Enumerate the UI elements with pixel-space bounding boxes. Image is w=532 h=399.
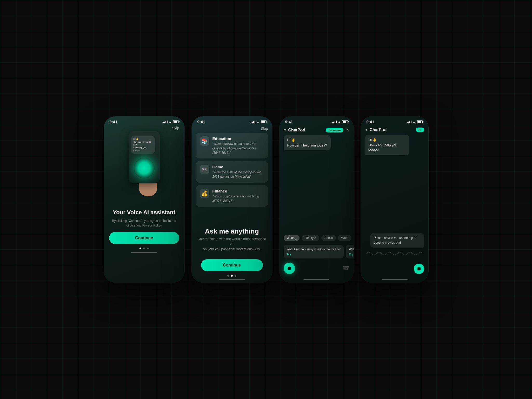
ai-greeting-bubble-3: Hi!🤚 How can I help you today? xyxy=(284,135,331,150)
tabs-row-3: Writing Lifestyle Social Work Role play xyxy=(280,233,354,243)
home-bar-2 xyxy=(219,279,245,280)
category-card-game: 🎮 Game "Write me a list of the most popu… xyxy=(196,161,268,183)
chevron-down-icon-4: ▼ xyxy=(365,128,368,132)
category-card-finance: 💰 Finance "Which cryptocurrencies will b… xyxy=(196,185,268,207)
user-message-4: Please advise me on the top 10 popular m… xyxy=(370,233,424,248)
refresh-icon-3[interactable]: ↻ xyxy=(346,128,349,132)
home-bar-1 xyxy=(131,252,157,253)
signal-icon-3 xyxy=(332,121,337,123)
inner-phone-frame: Hi!🤚 Can you tell me 🤖 how I can help yo… xyxy=(129,131,160,183)
skip-button-2[interactable]: Skip xyxy=(261,127,268,131)
chatpod-title-area-4[interactable]: ▼ ChatPod xyxy=(365,128,387,132)
finance-title: Finance xyxy=(212,189,264,193)
phone-3-bottom: ⌨ xyxy=(280,260,354,277)
phone-2-main-title: Ask me anything xyxy=(196,227,268,235)
dot-1-2 xyxy=(143,248,145,249)
phone-2: 9:41 ▲ Skip 📚 xyxy=(192,116,272,283)
dots-1 xyxy=(139,248,149,249)
status-bar-2: 9:41 ▲ xyxy=(192,116,272,126)
suggestion-text-2: Write 5 pieces of creative copywriting o… xyxy=(349,247,353,251)
suggestion-try-1[interactable]: Try xyxy=(287,253,341,256)
phone-1: 9:41 ▲ Skip xyxy=(104,116,184,283)
continue-button-1[interactable]: Continue xyxy=(109,232,179,244)
education-icon: 📚 xyxy=(200,136,209,146)
education-title: Education xyxy=(212,136,264,141)
battery-icon-2 xyxy=(261,120,267,123)
chatpod-app-name-3: ChatPod xyxy=(288,128,305,132)
battery-icon-4 xyxy=(417,120,423,123)
wifi-icon-1: ▲ xyxy=(169,120,172,123)
status-bar-1: 9:41 ▲ xyxy=(104,116,184,126)
premium-badge-3[interactable]: Premium xyxy=(326,128,343,132)
suggestions-row-3: Write lyrics to a song about the purest … xyxy=(280,243,354,260)
dot-2-1 xyxy=(227,275,229,277)
tab-lifestyle-3[interactable]: Lifestyle xyxy=(302,235,319,241)
suggestion-card-2[interactable]: Write 5 pieces of creative copywriting o… xyxy=(346,245,353,258)
chevron-down-icon-3: ▼ xyxy=(284,128,287,132)
glow-orb xyxy=(134,158,155,178)
chat-area-4: Hi!🤚 How can I help you today? xyxy=(361,135,428,233)
signal-icon-2 xyxy=(251,121,255,123)
status-icons-4: ▲ xyxy=(407,120,423,123)
wifi-icon-3: ▲ xyxy=(338,120,341,123)
game-title: Game xyxy=(212,165,264,169)
tab-social-3[interactable]: Social xyxy=(321,235,336,241)
chatpod-title-area-3[interactable]: ▼ ChatPod xyxy=(284,128,305,132)
status-icons-2: ▲ xyxy=(251,120,267,123)
game-icon: 🎮 xyxy=(200,165,209,174)
phone-4: 9:41 ▲ ▼ ChatPod xyxy=(361,116,428,283)
phone-1-text-area: Your Voice AI assistant By clicking "Con… xyxy=(106,209,182,228)
status-time-1: 9:41 xyxy=(110,119,117,124)
suggestion-text-1: Write lyrics to a song about the purest … xyxy=(287,247,341,251)
premium-badge-4[interactable]: Pr xyxy=(416,128,424,132)
chatpod-header-4: ▼ ChatPod Pr xyxy=(361,126,428,135)
chatpod-app-name-4: ChatPod xyxy=(369,128,387,132)
phones-container: 9:41 ▲ Skip xyxy=(104,116,428,283)
dot-1-3 xyxy=(147,248,149,249)
phone-1-content: Skip Hi!🤚 Can you tell me 🤖 how I can he… xyxy=(104,126,184,282)
category-card-education: 📚 Education "Write a review of the book … xyxy=(196,133,268,158)
keyboard-icon-3[interactable]: ⌨ xyxy=(343,265,349,271)
status-bar-3: 9:41 ▲ xyxy=(280,116,354,126)
phone-3-content: ▼ ChatPod Premium ↻ Hi!🤚 How can I help … xyxy=(280,126,354,282)
status-time-4: 9:41 xyxy=(367,119,374,124)
dots-2 xyxy=(196,275,268,277)
hand-area: Hi!🤚 Can you tell me 🤖 how I can help yo… xyxy=(104,126,184,204)
chatpod-actions-3: Premium ↻ xyxy=(326,128,349,132)
finance-desc: "Which cryptocurrencies will bring x500 … xyxy=(212,194,264,203)
suggestion-try-2[interactable]: Try xyxy=(349,253,353,256)
chat-area-3: Hi!🤚 How can I help you today? xyxy=(280,135,354,233)
tab-writing-3[interactable]: Writing xyxy=(284,235,300,241)
stop-button-4[interactable] xyxy=(414,264,424,274)
phone-2-content: Skip 📚 Education "Write a review of the … xyxy=(192,126,272,282)
signal-icon-4 xyxy=(407,121,411,123)
continue-button-2[interactable]: Continue xyxy=(201,259,263,271)
status-bar-4: 9:41 ▲ xyxy=(361,116,428,126)
phone-2-header: Skip xyxy=(196,126,268,133)
phone-1-main-title: Your Voice AI assistant xyxy=(112,209,176,216)
phone-3: 9:41 ▲ ▼ ChatPod xyxy=(280,116,354,283)
wifi-icon-2: ▲ xyxy=(257,120,260,123)
chatpod-actions-4: Pr xyxy=(416,128,424,132)
wave-visualization-4 xyxy=(361,250,428,261)
home-bar-3 xyxy=(303,279,329,280)
phone-1-subtitle: By clicking "Continue", you agree to the… xyxy=(112,218,176,228)
stop-square-icon-4 xyxy=(417,267,421,270)
ai-greeting-bubble-4: Hi!🤚 How can I help you today? xyxy=(365,135,409,155)
status-time-3: 9:41 xyxy=(285,119,293,124)
status-icons-3: ▲ xyxy=(332,120,348,123)
tab-work-3[interactable]: Work xyxy=(338,235,351,241)
battery-icon-3 xyxy=(342,120,348,123)
suggestion-card-1[interactable]: Write lyrics to a song about the purest … xyxy=(284,245,344,258)
game-desc: "Write me a list of the most popular 202… xyxy=(212,170,264,179)
education-desc: "Write a review of the book Don Quijote … xyxy=(212,142,264,155)
chatpod-header-3: ▼ ChatPod Premium ↻ xyxy=(280,126,354,135)
wifi-icon-4: ▲ xyxy=(413,120,416,123)
status-time-2: 9:41 xyxy=(197,119,205,124)
battery-icon-1 xyxy=(173,120,179,123)
phone-2-subtitle: Communicate with the world's most advanc… xyxy=(196,236,268,252)
phone-4-bottom xyxy=(361,261,428,277)
dot-2-active xyxy=(231,275,233,277)
status-icons-1: ▲ xyxy=(163,120,179,123)
voice-button-3[interactable] xyxy=(284,263,295,274)
